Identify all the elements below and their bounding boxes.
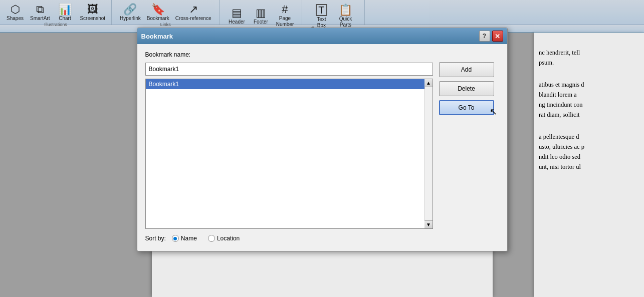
- dialog-left-panel: Bookmark name: Bookmark1 ▲ ▼ Sort by:: [145, 51, 433, 244]
- sort-options: Name Location: [172, 235, 240, 242]
- sort-location-label: Location: [217, 235, 240, 242]
- dialog-controls: ? ✕: [479, 31, 503, 42]
- sort-label: Sort by:: [145, 235, 166, 242]
- add-button[interactable]: Add: [439, 62, 494, 77]
- scrollbar-up-button[interactable]: ▲: [424, 79, 433, 87]
- dialog-help-button[interactable]: ?: [479, 31, 490, 42]
- dialog-title: Bookmark: [141, 33, 173, 40]
- sort-name-option[interactable]: Name: [172, 235, 197, 242]
- bookmark-dialog: Bookmark ? ✕ Bookmark name: Bookmark1: [137, 28, 508, 251]
- sort-location-radio[interactable]: [208, 235, 215, 242]
- dialog-close-button[interactable]: ✕: [492, 31, 503, 42]
- delete-button[interactable]: Delete: [439, 81, 494, 96]
- dialog-right-panel: Add Delete Go To ↖: [439, 51, 499, 244]
- sort-location-option[interactable]: Location: [208, 235, 240, 242]
- close-icon: ✕: [495, 33, 500, 40]
- sort-name-radio[interactable]: [172, 235, 179, 242]
- bookmark-list[interactable]: Bookmark1 ▲ ▼: [145, 79, 433, 229]
- dialog-titlebar: Bookmark ? ✕: [137, 28, 507, 44]
- goto-button[interactable]: Go To ↖: [439, 100, 494, 115]
- cursor-indicator: ↖: [490, 106, 497, 117]
- sort-name-label: Name: [181, 235, 197, 242]
- list-scrollbar[interactable]: ▲ ▼: [424, 79, 433, 228]
- modal-overlay: Bookmark ? ✕ Bookmark name: Bookmark1: [0, 0, 644, 297]
- scrollbar-down-button[interactable]: ▼: [424, 220, 433, 228]
- sort-row: Sort by: Name Location: [145, 232, 433, 244]
- dialog-body: Bookmark name: Bookmark1 ▲ ▼ Sort by:: [137, 44, 507, 251]
- bookmark-name-label: Bookmark name:: [145, 51, 433, 58]
- list-item[interactable]: Bookmark1: [146, 79, 433, 89]
- bookmark-name-input[interactable]: [145, 63, 433, 76]
